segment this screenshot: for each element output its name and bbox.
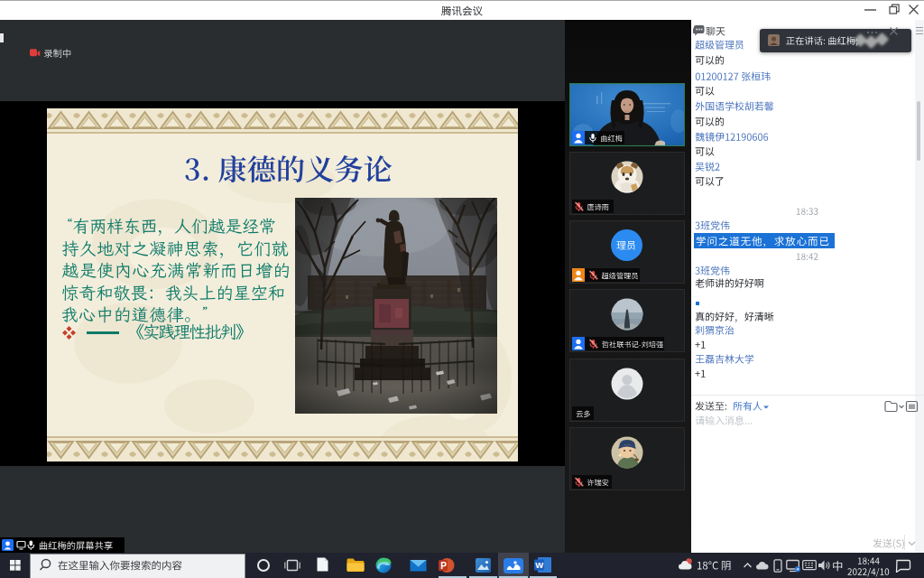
svg-text:P: P <box>440 561 447 571</box>
svg-text:W: W <box>535 560 543 570</box>
